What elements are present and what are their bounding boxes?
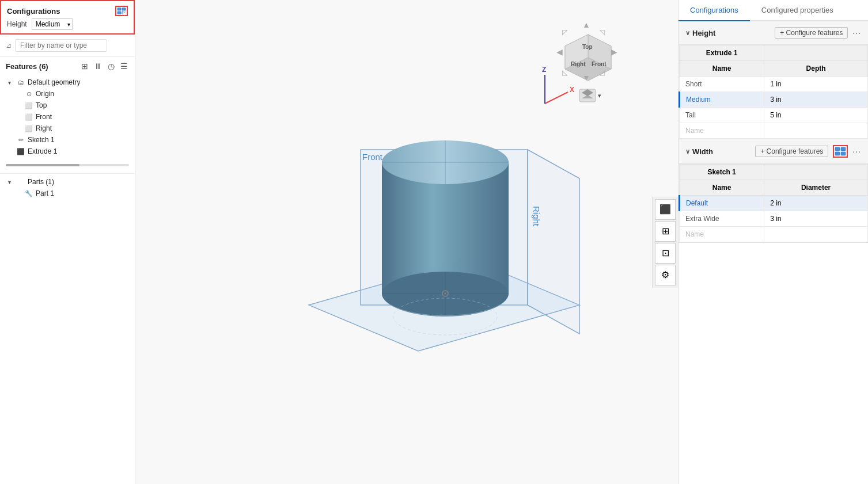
width-val-placeholder xyxy=(764,227,868,242)
svg-rect-2 xyxy=(117,12,121,14)
scrollbar-area xyxy=(0,162,135,169)
width-diameter-header: Diameter xyxy=(764,180,868,196)
feature-pause-button[interactable]: ⏸ xyxy=(93,60,103,72)
tab-configured-properties[interactable]: Configured properties xyxy=(750,0,845,21)
tab-configurations[interactable]: Configurations xyxy=(679,0,750,21)
tool-param-button[interactable]: ⊡ xyxy=(655,243,676,264)
parts-icon xyxy=(16,177,25,186)
tree-item-parts[interactable]: ▾ Parts (1) xyxy=(0,176,135,188)
viewport-tools: ⬛ ⊞ ⊡ ⚙ xyxy=(652,197,678,288)
svg-text:◿: ◿ xyxy=(600,68,605,77)
svg-point-4 xyxy=(123,12,126,15)
height-section: ∨ Height + Configure features ··· Extrud… xyxy=(679,21,868,139)
tool-config-button[interactable]: ⊞ xyxy=(655,221,676,242)
tool-display-button[interactable]: ⬛ xyxy=(655,199,676,220)
height-name-tall: Tall xyxy=(680,108,764,123)
height-name-short: Short xyxy=(680,77,764,92)
tabs-row: Configurations Configured properties xyxy=(679,0,868,21)
svg-marker-31 xyxy=(528,150,579,334)
3d-scene: X Z Top Front Right ▲ ▼ ◀ xyxy=(135,0,678,484)
features-actions: ⊞ ⏸ ◷ ☰ xyxy=(80,60,129,72)
width-section-actions: + Configure features ··· xyxy=(755,145,861,158)
origin-icon: ⊙ xyxy=(24,89,33,98)
filter-input[interactable] xyxy=(15,39,107,52)
tree-item-default-geometry[interactable]: ▾ 🗂 Default geometry xyxy=(0,77,135,88)
parts-arrow: ▾ xyxy=(8,179,16,185)
height-row-new[interactable]: Name xyxy=(680,123,868,139)
height-row-short[interactable]: Short 1 in xyxy=(680,77,868,92)
tree-item-sketch1[interactable]: ✏ Sketch 1 xyxy=(0,134,135,146)
height-section-actions: + Configure features ··· xyxy=(775,27,861,39)
height-select-wrapper[interactable]: Short Medium Tall xyxy=(32,18,73,30)
parts-section: ▾ Parts (1) 🔧 Part 1 xyxy=(0,173,135,199)
height-select[interactable]: Short Medium Tall xyxy=(32,18,73,30)
center-view[interactable]: X Z Top Front Right ▲ ▼ ◀ xyxy=(135,0,678,484)
height-name-medium: Medium xyxy=(680,92,764,108)
svg-rect-49 xyxy=(841,152,846,155)
configurations-title: Configurations xyxy=(7,7,60,16)
svg-rect-1 xyxy=(122,7,126,10)
tree-item-origin[interactable]: ⊙ Origin xyxy=(0,88,135,100)
scrollbar-track[interactable] xyxy=(6,164,129,166)
tree-label-origin: Origin xyxy=(36,90,54,98)
height-col-group: Extrude 1 xyxy=(680,45,764,61)
configurations-icon[interactable] xyxy=(115,6,128,16)
width-val-extra-wide: 3 in xyxy=(764,211,868,227)
svg-rect-48 xyxy=(835,152,840,155)
height-val-short: 1 in xyxy=(764,77,868,92)
width-row-default[interactable]: Default 2 in xyxy=(680,196,868,211)
tree-item-top[interactable]: ⬜ Top xyxy=(0,100,135,111)
svg-text:Right: Right xyxy=(532,206,541,227)
svg-rect-0 xyxy=(117,7,121,10)
feature-add-button[interactable]: ⊞ xyxy=(80,60,89,72)
width-table: Sketch 1 Name Diameter xyxy=(679,164,868,242)
tree-label-front: Front xyxy=(36,113,52,121)
tree-item-extrude1[interactable]: ⬛ Extrude 1 xyxy=(0,146,135,157)
width-row-extra-wide[interactable]: Extra Wide 3 in xyxy=(680,211,868,227)
height-section-title: ∨ Height xyxy=(685,29,715,37)
svg-text:◹: ◹ xyxy=(600,28,605,36)
feature-timer-button[interactable]: ◷ xyxy=(107,60,116,72)
width-name-header: Name xyxy=(680,180,764,196)
height-name-header: Name xyxy=(680,61,764,77)
svg-text:▲: ▲ xyxy=(582,20,590,29)
width-more-button[interactable]: ··· xyxy=(852,147,861,156)
width-config-icon xyxy=(835,147,846,156)
width-chevron: ∨ xyxy=(685,148,690,155)
width-section-title: ∨ Width xyxy=(685,147,713,156)
height-more-button[interactable]: ··· xyxy=(852,28,861,37)
width-row-new[interactable]: Name xyxy=(680,227,868,242)
width-col-empty xyxy=(764,165,868,180)
tree-label-right: Right xyxy=(36,124,52,132)
height-configure-features-button[interactable]: + Configure features xyxy=(775,27,848,39)
tree-item-part1[interactable]: 🔧 Part 1 xyxy=(0,188,135,199)
height-depth-header: Depth xyxy=(764,61,868,77)
features-title: Features (6) xyxy=(6,62,48,71)
tree-label-top: Top xyxy=(36,101,47,109)
width-col-group: Sketch 1 xyxy=(680,165,764,180)
features-header: Features (6) ⊞ ⏸ ◷ ☰ xyxy=(0,57,135,74)
part-icon: 🔧 xyxy=(24,189,33,198)
height-name-placeholder: Name xyxy=(680,123,764,139)
svg-rect-46 xyxy=(835,147,840,151)
plane-icon-front: ⬜ xyxy=(24,112,33,121)
width-section-header: ∨ Width + Configure features ··· xyxy=(679,139,868,164)
folder-icon: 🗂 xyxy=(16,78,25,87)
feature-list-button[interactable]: ☰ xyxy=(119,60,129,72)
svg-text:Front: Front xyxy=(362,152,383,162)
sketch-icon: ✏ xyxy=(16,135,25,144)
plane-icon-right: ⬜ xyxy=(24,124,33,133)
tree-section: ▾ 🗂 Default geometry ⊙ Origin ⬜ Top ⬜ Fr… xyxy=(0,74,135,484)
tree-item-right[interactable]: ⬜ Right xyxy=(0,123,135,134)
right-panel: Configurations Configured properties ∨ H… xyxy=(678,0,868,484)
tool-animate-button[interactable]: ⚙ xyxy=(655,265,676,285)
tree-arrow: ▾ xyxy=(8,79,16,86)
filter-icon: ⊿ xyxy=(6,41,12,49)
tree-label-sketch1: Sketch 1 xyxy=(28,136,55,144)
width-configure-features-button[interactable]: + Configure features xyxy=(755,146,828,157)
height-row-medium[interactable]: Medium 3 in xyxy=(680,92,868,108)
height-row-tall[interactable]: Tall 5 in xyxy=(680,108,868,123)
tree-item-front[interactable]: ⬜ Front xyxy=(0,111,135,123)
scrollbar-thumb xyxy=(6,164,79,166)
svg-text:▶: ▶ xyxy=(611,47,617,56)
